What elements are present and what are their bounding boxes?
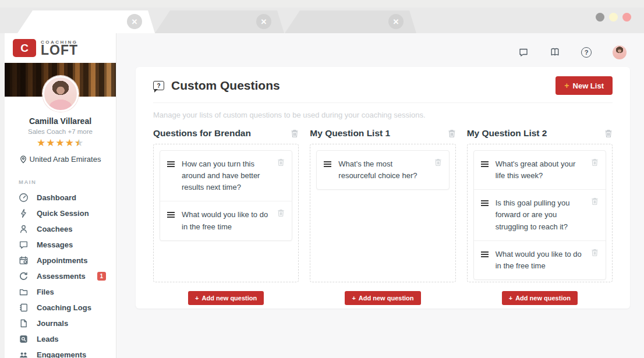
browser-tab-active[interactable]: ✕ (17, 10, 155, 33)
plus-icon: + (352, 295, 355, 302)
sidebar-item-messages[interactable]: Messages (5, 237, 116, 253)
custom-questions-card: ? Custom Questions + New List Manage you… (136, 67, 630, 309)
question-list-column: My Question List 1 What's the most resou… (310, 128, 455, 305)
window-minimize-icon[interactable] (596, 13, 604, 22)
new-list-button[interactable]: + New List (555, 76, 613, 95)
tab-close-icon[interactable]: ✕ (127, 14, 142, 29)
browser-tab-2[interactable]: ✕ (155, 10, 284, 33)
logo-text-loft: LOFT (41, 45, 78, 56)
notebook-icon (19, 303, 29, 313)
question-row[interactable]: What's great about your life this week? (474, 151, 606, 189)
add-question-button[interactable]: +Add new question (502, 291, 578, 305)
sidebar-item-assessments[interactable]: Assessments 1 (5, 268, 116, 284)
question-list-column: Questions for Brendan How can you turn t… (153, 128, 299, 305)
app-logo[interactable]: C COACHING LOFT (5, 33, 116, 63)
delete-question-icon[interactable] (277, 209, 285, 232)
window-controls (596, 13, 631, 22)
sync-icon (19, 271, 29, 281)
delete-question-icon[interactable] (591, 197, 599, 232)
profile-avatar[interactable] (43, 76, 79, 112)
question-text: What's great about your life this week? (496, 158, 584, 182)
profile-name: Camilla Villareal (5, 116, 116, 126)
help-icon[interactable]: ? (581, 47, 592, 58)
list-dropzone: What's great about your life this week? … (467, 144, 613, 282)
drag-handle-icon[interactable] (481, 200, 489, 201)
new-list-label: New List (573, 81, 604, 90)
sidebar-item-dashboard[interactable]: Dashboard (5, 190, 116, 205)
add-question-label: Add new question (359, 295, 414, 302)
assessments-badge: 1 (97, 272, 106, 281)
delete-question-icon[interactable] (277, 158, 285, 193)
profile-rating: ★★★★★★ (5, 137, 116, 149)
chat-bubble-icon (19, 240, 29, 250)
gauge-icon (19, 193, 29, 203)
question-row[interactable]: What would you like to do in the free ti… (160, 201, 292, 240)
add-question-label: Add new question (202, 295, 257, 302)
messages-icon[interactable] (518, 47, 529, 58)
tab-close-icon[interactable]: ✕ (388, 14, 404, 29)
sidebar-item-label: Appointments (37, 256, 87, 265)
page-subtitle: Manage your lists of custom questions to… (153, 111, 613, 119)
question-text: What would you like to do in the free ti… (496, 249, 584, 272)
window-maximize-icon[interactable] (609, 13, 618, 22)
sidebar-item-appointments[interactable]: Appointments (5, 253, 116, 268)
location-pin-icon (20, 155, 27, 164)
logs-book-icon[interactable] (550, 47, 560, 58)
list-title: Questions for Brendan (153, 128, 251, 139)
profile-location-label: United Arab Emirates (30, 155, 101, 164)
people-icon (19, 350, 29, 358)
add-question-button[interactable]: +Add new question (345, 291, 420, 305)
drag-handle-icon[interactable] (481, 161, 489, 162)
list-title: My Question List 1 (310, 128, 390, 139)
sidebar-item-label: Files (37, 288, 54, 296)
star-half-icon: ★★ (75, 137, 84, 149)
delete-question-icon[interactable] (434, 158, 442, 182)
delete-question-icon[interactable] (591, 249, 599, 272)
person-icon (19, 224, 29, 234)
star-icon: ★ (55, 137, 65, 148)
sidebar-item-coachees[interactable]: Coachees (5, 221, 116, 237)
question-row[interactable]: What would you like to do in the free ti… (474, 240, 606, 279)
question-text: What's the most resourceful choice her? (338, 158, 427, 182)
sidebar-item-label: Coachees (37, 225, 72, 233)
sidebar-item-label: Assessments (37, 272, 86, 281)
question-text: What would you like to do in the free ti… (182, 209, 270, 232)
sidebar-item-label: Dashboard (37, 193, 76, 202)
card-header: ? Custom Questions + New List (153, 76, 613, 103)
question-text: Is this goal pulling you forward or are … (496, 197, 584, 232)
sidebar-item-leads[interactable]: Leads (5, 331, 116, 347)
document-icon (19, 318, 29, 328)
browser-tab-3[interactable]: ✕ (285, 10, 416, 33)
list-dropzone: What's the most resourceful choice her? (310, 144, 455, 282)
drag-handle-icon[interactable] (481, 251, 489, 253)
search-square-icon (19, 334, 29, 344)
sidebar-item-journals[interactable]: Journals (5, 316, 116, 331)
drag-handle-icon[interactable] (167, 161, 175, 162)
add-question-button[interactable]: +Add new question (188, 291, 264, 305)
delete-question-icon[interactable] (591, 158, 599, 182)
user-avatar[interactable] (613, 45, 627, 59)
sidebar-item-label: Leads (37, 335, 59, 343)
sidebar-item-engagements[interactable]: Engagements (5, 347, 116, 358)
question-row[interactable]: Is this goal pulling you forward or are … (474, 189, 606, 240)
delete-list-icon[interactable] (291, 129, 299, 138)
drag-handle-icon[interactable] (324, 161, 331, 162)
window-close-icon[interactable] (622, 13, 631, 22)
sidebar-item-label: Messages (37, 240, 73, 249)
drag-handle-icon[interactable] (167, 212, 175, 213)
sidebar-item-quick-session[interactable]: Quick Session (5, 205, 116, 221)
main-content: ? ? Custom Questions + New List Manage y… (116, 33, 644, 358)
delete-list-icon[interactable] (448, 129, 456, 138)
top-icon-bar: ? (116, 33, 644, 60)
folder-icon (19, 287, 29, 297)
question-row[interactable]: How can you turn this around and have be… (160, 151, 292, 201)
tab-close-icon[interactable]: ✕ (256, 14, 271, 29)
logo-mark: C (13, 39, 36, 57)
delete-list-icon[interactable] (604, 129, 613, 138)
question-lists: Questions for Brendan How can you turn t… (153, 128, 613, 305)
sidebar-item-files[interactable]: Files (5, 284, 116, 300)
list-title: My Question List 2 (467, 128, 547, 139)
question-row[interactable]: What's the most resourceful choice her? (317, 151, 448, 189)
profile-role[interactable]: Sales Coach +7 more (5, 128, 116, 135)
sidebar-item-coaching-logs[interactable]: Coaching Logs (5, 300, 116, 316)
